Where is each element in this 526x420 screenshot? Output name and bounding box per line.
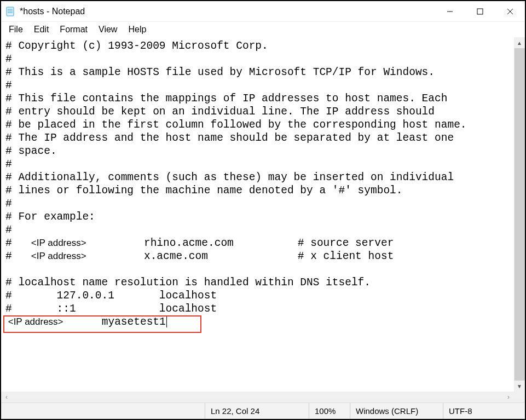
- editor-line: #: [5, 198, 12, 210]
- editor-line: # be placed in the first column followed…: [5, 119, 467, 131]
- editor-line: # <IP address> x.acme.com # x client hos…: [5, 250, 394, 262]
- menu-help[interactable]: Help: [124, 24, 151, 36]
- window-title: *hosts - Notepad: [20, 7, 85, 16]
- menu-file[interactable]: File: [4, 24, 27, 36]
- editor-line: # entry should be kept on an individual …: [5, 106, 435, 118]
- scroll-left-arrow-icon[interactable]: ‹: [1, 392, 12, 402]
- scroll-corner: [514, 392, 525, 402]
- vertical-scrollbar[interactable]: ▲ ▼: [514, 37, 525, 392]
- status-position: Ln 22, Col 24: [205, 403, 309, 419]
- content-area: # Copyright (c) 1993-2009 Microsoft Corp…: [1, 37, 525, 392]
- menu-edit[interactable]: Edit: [30, 24, 54, 36]
- editor-line: # This file contains the mappings of IP …: [5, 93, 447, 105]
- status-line-ending: Windows (CRLF): [350, 403, 443, 419]
- status-encoding: UTF-8: [443, 403, 525, 419]
- editor-line: # localhost name resolution is handled w…: [5, 277, 371, 289]
- editor-line: # lines or following the machine name de…: [5, 185, 403, 197]
- editor-line: #: [5, 158, 12, 170]
- editor-entry-line: <IP address> myasetest1: [5, 316, 167, 328]
- editor-line: # For example:: [5, 211, 95, 223]
- editor-line: #: [5, 53, 12, 65]
- horizontal-scrollbar[interactable]: ‹ ›: [1, 392, 525, 402]
- menu-view[interactable]: View: [94, 24, 122, 36]
- notepad-icon: [5, 7, 15, 16]
- scroll-track[interactable]: [514, 48, 525, 381]
- maximize-button[interactable]: [465, 1, 495, 21]
- editor-line: # The IP address and the host name shoul…: [5, 132, 454, 144]
- editor-line: # ::1 localhost: [5, 303, 217, 315]
- svg-rect-5: [477, 9, 483, 14]
- menu-format[interactable]: Format: [55, 24, 92, 36]
- window-controls: [435, 1, 525, 21]
- editor-line: # Copyright (c) 1993-2009 Microsoft Corp…: [5, 40, 268, 52]
- status-zoom: 100%: [309, 403, 350, 419]
- scroll-right-arrow-icon[interactable]: ›: [503, 392, 514, 402]
- statusbar: Ln 22, Col 24 100% Windows (CRLF) UTF-8: [1, 402, 525, 419]
- close-button[interactable]: [495, 1, 525, 21]
- editor-line: # This is a sample HOSTS file used by Mi…: [5, 66, 435, 78]
- editor-line: # space.: [5, 145, 57, 157]
- editor-line: # <IP address> rhino.acme.com # source s…: [5, 237, 394, 249]
- svg-rect-0: [7, 7, 14, 16]
- menubar: File Edit Format View Help: [1, 22, 525, 37]
- editor-line: # Additionally, comments (such as these)…: [5, 171, 454, 183]
- editor-line: #: [5, 79, 12, 91]
- titlebar[interactable]: *hosts - Notepad: [1, 1, 525, 22]
- scroll-up-arrow-icon[interactable]: ▲: [514, 37, 525, 48]
- ip-placeholder: <IP address>: [5, 317, 63, 327]
- ip-placeholder: <IP address>: [31, 251, 86, 261]
- text-editor[interactable]: # Copyright (c) 1993-2009 Microsoft Corp…: [1, 37, 514, 392]
- minimize-button[interactable]: [435, 1, 465, 21]
- text-caret: [166, 317, 167, 327]
- editor-line: # 127.0.0.1 localhost: [5, 290, 217, 302]
- scroll-down-arrow-icon[interactable]: ▼: [514, 381, 525, 392]
- ip-placeholder: <IP address>: [31, 238, 86, 248]
- editor-line: #: [5, 224, 12, 236]
- scroll-track-h[interactable]: [12, 392, 503, 402]
